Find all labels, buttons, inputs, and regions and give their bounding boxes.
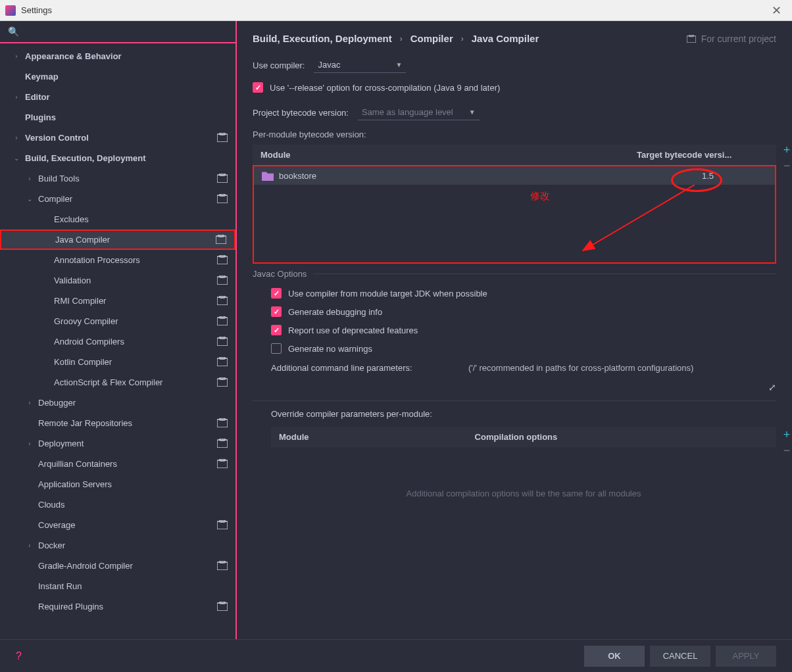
sidebar-item-actionscript-flex-compiler[interactable]: ActionScript & Flex Compiler <box>0 372 235 393</box>
project-scope-icon <box>217 602 229 612</box>
sidebar: 🔍 ›Appearance & BehaviorKeymap›EditorPlu… <box>0 21 237 639</box>
svg-rect-24 <box>217 440 228 448</box>
sidebar-item-kotlin-compiler[interactable]: Kotlin Compiler <box>0 352 235 372</box>
generate-debug-checkbox[interactable]: Generate debugging info <box>271 306 776 317</box>
sidebar-item-label: Appearance & Behavior <box>21 51 229 61</box>
breadcrumb-part[interactable]: Build, Execution, Deployment <box>253 33 392 44</box>
sidebar-item-label: Validation <box>50 276 213 285</box>
override-table-header: Module Compilation options <box>271 427 776 447</box>
use-compiler-select[interactable]: Javac ▼ <box>314 57 406 73</box>
svg-rect-10 <box>217 277 228 285</box>
sidebar-item-label: Build Tools <box>34 174 213 183</box>
svg-rect-12 <box>217 297 228 305</box>
annotation-text: 修改 <box>530 190 775 203</box>
sidebar-item-label: Groovy Compiler <box>50 316 213 326</box>
project-scope-icon <box>217 520 229 531</box>
checkbox-icon <box>253 82 263 93</box>
use-compiler-label: Use compiler: <box>253 60 305 70</box>
sidebar-item-label: Build, Execution, Deployment <box>21 153 229 163</box>
sidebar-item-compiler[interactable]: ⌄Compiler <box>0 189 235 209</box>
add-module-button[interactable]: + <box>781 145 792 155</box>
project-bytecode-select[interactable]: Same as language level ▼ <box>358 105 480 120</box>
svg-rect-22 <box>217 420 228 427</box>
project-scope-icon <box>217 255 229 266</box>
svg-rect-8 <box>217 256 228 264</box>
close-icon[interactable]: ✕ <box>766 3 787 18</box>
chevron-icon: › <box>12 134 21 141</box>
sidebar-item-version-control[interactable]: ›Version Control <box>0 128 235 148</box>
table-row[interactable]: bookstore 1.5 <box>254 166 775 185</box>
help-icon[interactable]: ? <box>16 650 22 662</box>
expand-icon[interactable]: ⤢ <box>768 382 776 393</box>
sidebar-item-android-compilers[interactable]: Android Compilers <box>0 331 235 352</box>
apply-button[interactable]: APPLY <box>716 646 776 667</box>
sidebar-item-appearance-behavior[interactable]: ›Appearance & Behavior <box>0 46 235 66</box>
no-warnings-checkbox[interactable]: Generate no warnings <box>271 343 776 354</box>
sidebar-item-build-execution-deployment[interactable]: ⌄Build, Execution, Deployment <box>0 148 235 168</box>
svg-rect-0 <box>217 134 228 142</box>
sidebar-item-label: Application Servers <box>34 479 229 489</box>
sidebar-item-validation[interactable]: Validation <box>0 270 235 291</box>
sidebar-item-build-tools[interactable]: ›Build Tools <box>0 168 235 189</box>
cancel-button[interactable]: CANCEL <box>650 646 710 667</box>
sidebar-item-editor[interactable]: ›Editor <box>0 87 235 107</box>
sidebar-item-java-compiler[interactable]: Java Compiler <box>0 229 235 250</box>
sidebar-item-label: Version Control <box>21 133 213 143</box>
window-title: Settings <box>21 5 766 15</box>
sidebar-item-clouds[interactable]: Clouds <box>0 494 235 515</box>
svg-rect-26 <box>217 460 228 468</box>
target-bytecode-value[interactable]: 1.5 <box>649 171 767 181</box>
svg-rect-32 <box>217 603 228 611</box>
project-scope-icon <box>217 439 229 449</box>
sidebar-item-coverage[interactable]: Coverage <box>0 515 235 535</box>
sidebar-item-plugins[interactable]: Plugins <box>0 107 235 128</box>
add-override-button[interactable]: + <box>781 429 792 440</box>
chevron-icon: › <box>12 93 21 101</box>
sidebar-item-instant-run[interactable]: Instant Run <box>0 576 235 596</box>
override-label: Override compiler parameters per-module: <box>271 409 776 419</box>
sidebar-item-label: Coverage <box>34 520 213 530</box>
project-bytecode-label: Project bytecode version: <box>253 108 349 118</box>
sidebar-item-docker[interactable]: ›Docker <box>0 535 235 556</box>
svg-rect-20 <box>217 379 228 387</box>
sidebar-item-required-plugins[interactable]: Required Plugins <box>0 596 235 617</box>
additional-params-label: Additional command line parameters: <box>271 363 468 373</box>
project-scope-icon <box>217 357 229 368</box>
ok-button[interactable]: OK <box>584 646 645 667</box>
footer: ? OK CANCEL APPLY <box>0 639 792 672</box>
remove-module-button[interactable]: − <box>781 160 792 171</box>
project-scope-icon <box>217 296 229 306</box>
sidebar-item-keymap[interactable]: Keymap <box>0 66 235 87</box>
scope-label: For current project <box>687 34 776 44</box>
release-option-checkbox[interactable]: Use '--release' option for cross-compila… <box>253 82 776 93</box>
sidebar-item-deployment[interactable]: ›Deployment <box>0 433 235 454</box>
breadcrumb: Build, Execution, Deployment › Compiler … <box>253 33 776 44</box>
chevron-icon: ⌄ <box>12 155 21 162</box>
project-scope-icon <box>216 235 228 245</box>
sidebar-item-rmi-compiler[interactable]: RMI Compiler <box>0 291 235 311</box>
project-scope-icon <box>217 133 229 143</box>
use-module-jdk-checkbox[interactable]: Use compiler from module target JDK when… <box>271 288 776 299</box>
search-input[interactable] <box>23 27 228 37</box>
project-scope-icon <box>217 174 229 184</box>
report-deprecated-checkbox[interactable]: Report use of deprecated features <box>271 325 776 335</box>
sidebar-item-excludes[interactable]: Excludes <box>0 209 235 229</box>
svg-rect-4 <box>217 195 228 203</box>
checkbox-icon <box>271 325 282 335</box>
sidebar-item-label: Docker <box>34 540 229 550</box>
sidebar-item-annotation-processors[interactable]: Annotation Processors <box>0 250 235 270</box>
breadcrumb-part: Java Compiler <box>472 33 539 44</box>
table-body: bookstore 1.5 修改 <box>253 165 776 264</box>
remove-override-button[interactable]: − <box>781 445 792 456</box>
sidebar-item-groovy-compiler[interactable]: Groovy Compiler <box>0 311 235 331</box>
sidebar-item-remote-jar-repositories[interactable]: Remote Jar Repositories <box>0 413 235 433</box>
svg-rect-28 <box>217 521 228 529</box>
sidebar-item-debugger[interactable]: ›Debugger <box>0 393 235 413</box>
sidebar-item-arquillian-containers[interactable]: Arquillian Containers <box>0 454 235 474</box>
breadcrumb-part[interactable]: Compiler <box>410 33 453 44</box>
sidebar-item-gradle-android-compiler[interactable]: Gradle-Android Compiler <box>0 556 235 576</box>
sidebar-item-label: Editor <box>21 92 229 102</box>
chevron-icon: › <box>25 440 34 447</box>
sidebar-item-label: ActionScript & Flex Compiler <box>50 377 213 387</box>
sidebar-item-application-servers[interactable]: Application Servers <box>0 474 235 494</box>
